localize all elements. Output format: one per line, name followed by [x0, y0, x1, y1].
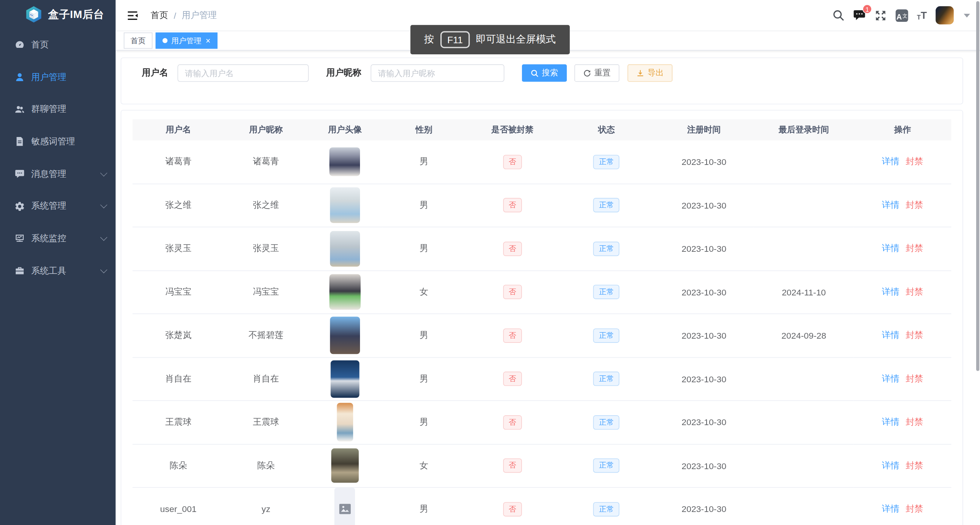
ban-link[interactable]: 封禁: [906, 156, 923, 166]
font-size-big-letter: T: [921, 10, 927, 20]
cell-avatar: [308, 314, 382, 357]
search-icon[interactable]: [833, 9, 844, 21]
cell-actions: 详情封禁: [854, 314, 951, 357]
sidebar-item-system-monitor[interactable]: 系统监控: [0, 222, 116, 254]
cell-last-login: 2024-09-28: [754, 314, 854, 357]
user-avatar-image[interactable]: [330, 148, 360, 176]
sidebar-item-system-tools[interactable]: 系统工具: [0, 255, 116, 287]
cell-actions: 详情封禁: [854, 184, 951, 227]
detail-link[interactable]: 详情: [882, 200, 900, 210]
sidebar-item-system-admin[interactable]: 系统管理: [0, 190, 116, 222]
ban-link[interactable]: 封禁: [906, 504, 923, 514]
user-avatar-image[interactable]: [337, 403, 353, 442]
table-row: 冯宝宝 冯宝宝 女 否 正常 2023-10-30 2024-11-10 详情封…: [133, 271, 951, 314]
username-input[interactable]: [177, 64, 309, 82]
sidebar-item-groups[interactable]: 群聊管理: [0, 93, 116, 126]
fullscreen-icon[interactable]: [874, 9, 887, 22]
f11-key: F11: [440, 31, 470, 48]
ban-link[interactable]: 封禁: [906, 373, 923, 383]
user-avatar-image[interactable]: [330, 188, 360, 223]
cell-username: 肖自在: [133, 357, 224, 401]
search-button[interactable]: 搜索: [522, 64, 567, 82]
ban-link[interactable]: 封禁: [906, 460, 923, 470]
cell-last-login: [754, 444, 854, 487]
cell-registered: 2023-10-30: [654, 140, 754, 184]
message-icon: [15, 169, 25, 179]
sidebar: 盒子IM后台 首页 用户管理 群聊管理 敏感词管理 消息管理: [0, 0, 116, 525]
cell-last-login: [754, 488, 854, 525]
cell-banned: 否: [466, 444, 559, 487]
cell-banned: 否: [466, 227, 559, 270]
detail-link[interactable]: 详情: [882, 373, 900, 383]
detail-link[interactable]: 详情: [882, 156, 900, 166]
cell-status: 正常: [559, 488, 654, 525]
detail-link[interactable]: 详情: [882, 504, 900, 514]
font-size-icon[interactable]: TT: [917, 10, 927, 20]
ban-link[interactable]: 封禁: [906, 287, 923, 297]
chevron-down-icon[interactable]: [964, 13, 970, 17]
user-avatar-image[interactable]: [329, 274, 361, 310]
cell-gender: 男: [382, 488, 466, 525]
message-notifications-icon[interactable]: 1: [853, 9, 866, 21]
vertical-scrollbar-thumb[interactable]: [976, 1, 979, 371]
cell-actions: 详情封禁: [854, 488, 951, 525]
tab-home[interactable]: 首页: [124, 33, 152, 49]
cell-last-login: [754, 140, 854, 184]
cell-avatar: [308, 357, 382, 401]
banned-tag: 否: [503, 285, 522, 300]
cell-actions: 详情封禁: [854, 140, 951, 184]
table-row: 诸葛青 诸葛青 男 否 正常 2023-10-30 详情封禁: [133, 140, 951, 184]
reset-button[interactable]: 重置: [574, 64, 620, 82]
dashboard-icon: [15, 39, 25, 50]
cell-actions: 详情封禁: [854, 401, 951, 444]
ban-link[interactable]: 封禁: [906, 330, 923, 340]
main-area: 首页 / 用户管理 1 A文 TT: [116, 0, 980, 525]
sidebar-item-users[interactable]: 用户管理: [0, 61, 116, 93]
cell-nickname: 肖自在: [224, 357, 308, 401]
cell-banned: 否: [466, 488, 559, 525]
detail-link[interactable]: 详情: [882, 417, 900, 427]
cell-username: 陈朵: [133, 444, 224, 487]
banned-tag: 否: [503, 155, 522, 169]
monitor-icon: [15, 233, 25, 244]
active-dot-icon: [162, 38, 167, 43]
cell-avatar: [308, 184, 382, 227]
sidebar-item-home[interactable]: 首页: [0, 29, 116, 61]
detail-link[interactable]: 详情: [882, 243, 900, 253]
ban-link[interactable]: 封禁: [906, 417, 923, 427]
close-icon[interactable]: ×: [206, 36, 210, 44]
collapse-sidebar-icon[interactable]: [126, 9, 139, 22]
detail-link[interactable]: 详情: [882, 287, 900, 297]
chevron-down-icon: [100, 266, 107, 273]
detail-link[interactable]: 详情: [882, 330, 900, 340]
user-avatar-image[interactable]: [335, 488, 355, 525]
export-button[interactable]: 导出: [628, 64, 673, 82]
cell-last-login: 2024-11-10: [754, 271, 854, 314]
cell-last-login: [754, 357, 854, 401]
sidebar-item-messages[interactable]: 消息管理: [0, 158, 116, 190]
cell-actions: 详情封禁: [854, 357, 951, 401]
tab-user-management[interactable]: 用户管理 ×: [155, 33, 217, 49]
ban-link[interactable]: 封禁: [906, 243, 923, 253]
cell-registered: 2023-10-30: [654, 488, 754, 525]
breadcrumb-home[interactable]: 首页: [151, 10, 168, 21]
cell-avatar: [308, 271, 382, 314]
cell-status: 正常: [559, 314, 654, 357]
ban-link[interactable]: 封禁: [906, 200, 923, 210]
nickname-input[interactable]: [371, 64, 504, 82]
cell-nickname: 陈朵: [224, 444, 308, 487]
translate-letter: A: [897, 13, 902, 20]
sidebar-item-sensitive-words[interactable]: 敏感词管理: [0, 126, 116, 158]
export-button-label: 导出: [648, 67, 664, 78]
user-avatar-image[interactable]: [330, 360, 359, 398]
table-row: 王震球 王震球 男 否 正常 2023-10-30 详情封禁: [133, 401, 951, 444]
user-avatar-image[interactable]: [330, 317, 360, 354]
breadcrumb-current: 用户管理: [182, 10, 217, 21]
user-avatar-image[interactable]: [331, 448, 359, 483]
translate-icon[interactable]: A文: [896, 9, 908, 22]
user-avatar[interactable]: [936, 6, 954, 24]
user-avatar-image[interactable]: [330, 231, 360, 266]
status-tag: 正常: [594, 155, 620, 169]
cell-nickname: 王震球: [224, 401, 308, 444]
detail-link[interactable]: 详情: [882, 460, 900, 470]
